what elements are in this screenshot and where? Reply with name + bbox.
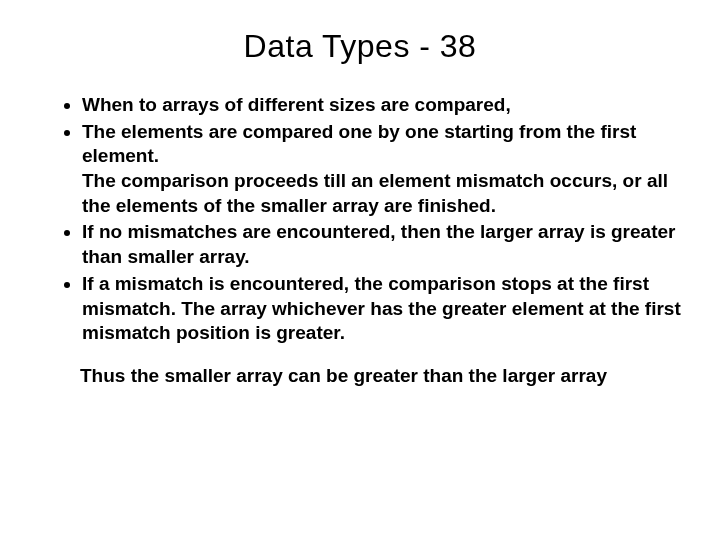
list-item: The elements are compared one by one sta…: [82, 120, 684, 219]
followup-text: Thus the smaller array can be greater th…: [80, 364, 684, 389]
list-item: If a mismatch is encountered, the compar…: [82, 272, 684, 346]
slide-title: Data Types - 38: [36, 28, 684, 65]
list-item: If no mismatches are encountered, then t…: [82, 220, 684, 269]
slide: Data Types - 38 When to arrays of differ…: [0, 0, 720, 540]
list-item: When to arrays of different sizes are co…: [82, 93, 684, 118]
bullet-list: When to arrays of different sizes are co…: [36, 93, 684, 346]
